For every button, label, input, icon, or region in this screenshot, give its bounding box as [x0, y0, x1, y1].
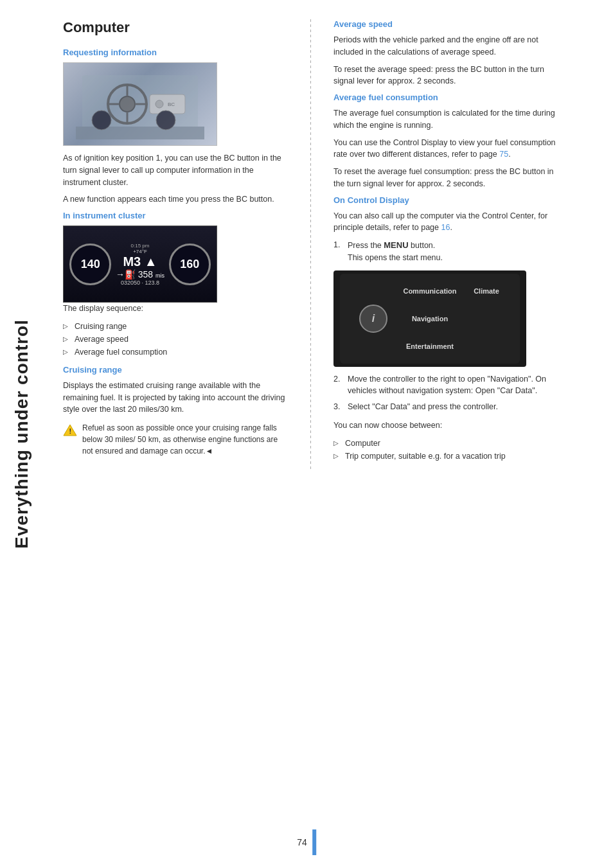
heading-on-control-display: On Control Display — [333, 195, 565, 205]
average-fuel-body1: The average fuel consumption is calculat… — [333, 107, 565, 132]
sidebar: Everything under control — [0, 0, 44, 868]
warning-box: ! Refuel as soon as possible once your c… — [63, 422, 288, 457]
step-2-text: Move the controller to the right to open… — [348, 375, 546, 396]
step-3-text: Select "Car Data" and press the controll… — [348, 402, 498, 411]
choose-list: Computer Trip computer, suitable e.g. fo… — [333, 437, 565, 463]
svg-point-2 — [120, 96, 135, 112]
column-divider — [310, 19, 311, 469]
page-number-bar — [312, 829, 316, 855]
heading-cruising-range: Cruising range — [63, 365, 288, 375]
step-1: 1. Press the MENU button.This opens the … — [333, 239, 565, 264]
choose-label: You can now choose between: — [333, 420, 565, 432]
heading-instrument-cluster: In instrument cluster — [63, 211, 288, 220]
svg-rect-10 — [76, 127, 204, 139]
list-item: Average speed — [63, 333, 288, 346]
svg-point-8 — [155, 100, 163, 108]
menu-bold: MENU — [384, 240, 408, 250]
average-speed-body1: Periods with the vehicle parked and the … — [333, 34, 565, 58]
cruising-range-body1: Displays the estimated cruising range av… — [63, 380, 288, 416]
cd-controller: i — [359, 305, 387, 333]
heading-average-fuel: Average fuel consumption — [333, 93, 565, 102]
main-content: Computer Requesting information BC — [44, 0, 613, 488]
instrument-cluster-image: 140 0:15 pm +74°F M3 ▲ →⛽ 358 mis 032050… — [63, 226, 217, 303]
heading-average-speed: Average speed — [333, 19, 565, 29]
warning-triangle-icon: ! — [63, 423, 77, 436]
average-fuel-body2-text: You can use the Control Display to view … — [333, 138, 556, 159]
average-fuel-body2: You can use the Control Display to view … — [333, 137, 565, 161]
average-speed-body2: To reset the average speed: press the BC… — [333, 64, 565, 88]
requesting-information-image: BC — [63, 62, 217, 146]
requesting-info-body2: A new function appears each time you pre… — [63, 193, 288, 206]
step-1-text: Press the MENU button.This opens the sta… — [348, 241, 443, 262]
right-column: Average speed Periods with the vehicle p… — [333, 19, 565, 469]
list-item: Cruising range — [63, 320, 288, 333]
display-sequence-label: The display sequence: — [63, 303, 288, 315]
step-3: 3. Select "Car Data" and press the contr… — [333, 401, 565, 413]
sidebar-label: Everything under control — [12, 319, 32, 549]
cd-navigation: Navigation — [412, 315, 448, 323]
cd-entertainment: Entertainment — [406, 342, 454, 350]
step-1-num: 1. — [333, 239, 340, 251]
step-3-num: 3. — [333, 401, 340, 413]
cd-climate: Climate — [474, 287, 499, 295]
svg-text:BC: BC — [168, 102, 175, 107]
display-sequence-list: Cruising range Average speed Average fue… — [63, 320, 288, 359]
heading-requesting-information: Requesting information — [63, 48, 288, 57]
svg-point-11 — [92, 111, 111, 130]
page-number: 74 — [297, 837, 307, 847]
step-2-num: 2. — [333, 373, 340, 385]
average-fuel-body3: To reset the average fuel consumption: p… — [333, 166, 565, 190]
requesting-info-body1: As of ignition key position 1, you can u… — [63, 152, 288, 188]
page-16-link[interactable]: 16 — [441, 223, 450, 232]
svg-point-12 — [156, 111, 175, 130]
list-item: Average fuel consumption — [63, 346, 288, 359]
page-title: Computer — [63, 19, 288, 36]
left-column: Computer Requesting information BC — [63, 19, 288, 469]
step-2: 2. Move the controller to the right to o… — [333, 373, 565, 398]
steps-list: 1. Press the MENU button.This opens the … — [333, 239, 565, 264]
cd-communication: Communication — [403, 287, 456, 295]
list-item: Computer — [333, 437, 565, 450]
control-display-body1: You can also call up the computer via th… — [333, 210, 565, 235]
warning-text: Refuel as soon as possible once your cru… — [82, 422, 288, 457]
cd-controller-icon: i — [372, 313, 375, 324]
control-display-image: Communication Climate i Navigation Enter… — [333, 270, 526, 367]
steps-list-2: 2. Move the controller to the right to o… — [333, 373, 565, 413]
list-item: Trip computer, suitable e.g. for a vacat… — [333, 450, 565, 463]
page-number-area: 74 — [297, 829, 316, 855]
page-75-link[interactable]: 75 — [499, 150, 508, 159]
svg-text:!: ! — [69, 427, 72, 435]
